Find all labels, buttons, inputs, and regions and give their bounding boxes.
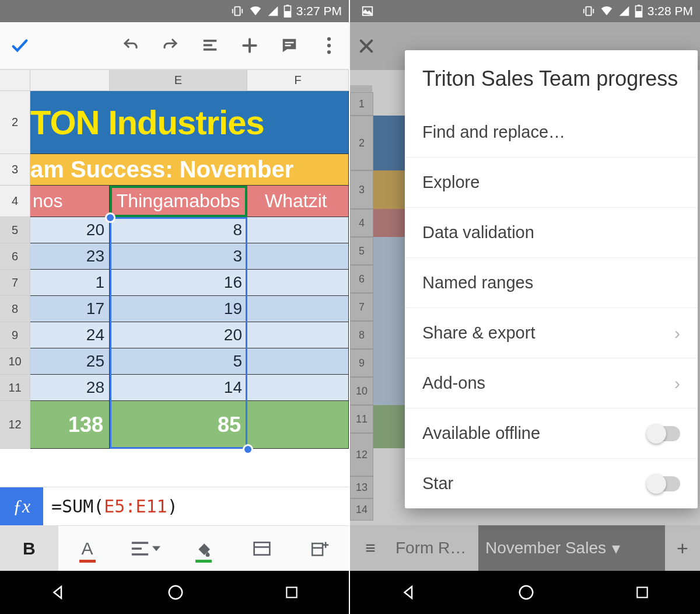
- accept-button[interactable]: [0, 22, 40, 69]
- status-bar: 3:28 PM: [350, 0, 700, 22]
- cell[interactable]: [247, 243, 349, 270]
- cell[interactable]: [247, 270, 349, 296]
- row-header[interactable]: 10: [0, 348, 30, 375]
- cell[interactable]: 16: [110, 270, 247, 296]
- menu-data-validation[interactable]: Data validation: [405, 207, 698, 257]
- cell[interactable]: 1: [30, 270, 110, 296]
- sheet-tab-form[interactable]: Form R…: [391, 539, 478, 557]
- format-button[interactable]: [190, 22, 230, 69]
- offline-toggle[interactable]: [648, 426, 680, 441]
- subtitle-banner[interactable]: am Success: November: [30, 154, 349, 186]
- cell[interactable]: 8: [110, 217, 247, 243]
- svg-rect-4: [284, 11, 290, 18]
- formula-bar: ƒx =SUM(E5:E11): [0, 487, 349, 525]
- recents-button[interactable]: [284, 585, 299, 600]
- menu-available-offline[interactable]: Available offline: [405, 408, 698, 458]
- fx-icon[interactable]: ƒx: [0, 487, 43, 526]
- row-header[interactable]: 5: [0, 217, 30, 243]
- row-header[interactable]: 9: [0, 322, 30, 348]
- fill-color-button[interactable]: [174, 526, 233, 571]
- comment-button[interactable]: [270, 22, 309, 69]
- column-header-e[interactable]: Thingamabobs: [110, 186, 247, 217]
- total-cell-d[interactable]: 138: [30, 401, 110, 449]
- cell[interactable]: [247, 217, 349, 243]
- cell[interactable]: [247, 322, 349, 348]
- menu-addons[interactable]: Add-ons ›: [405, 358, 698, 408]
- text-color-button[interactable]: A: [58, 526, 117, 571]
- recents-button[interactable]: [635, 585, 650, 600]
- cell[interactable]: [247, 296, 349, 322]
- col-header-f[interactable]: F: [247, 70, 349, 91]
- row-header[interactable]: 7: [0, 270, 30, 296]
- total-cell-f[interactable]: [247, 401, 349, 449]
- cell[interactable]: 24: [30, 322, 110, 348]
- insert-button[interactable]: [230, 22, 270, 69]
- row-header[interactable]: 2: [0, 91, 30, 154]
- cell[interactable]: 14: [110, 375, 247, 401]
- overflow-button[interactable]: [309, 22, 349, 69]
- cell[interactable]: [247, 375, 349, 401]
- formula-input[interactable]: =SUM(E5:E11): [43, 496, 178, 517]
- menu-explore[interactable]: Explore: [405, 157, 698, 207]
- row-header: 11: [350, 405, 373, 433]
- undo-button[interactable]: [111, 22, 150, 69]
- cell-format-button[interactable]: [233, 526, 291, 571]
- row-header: 5: [350, 237, 373, 265]
- picture-icon: [360, 5, 374, 18]
- spreadsheet-grid[interactable]: E F 2 TON Industries 3 am Success: Novem…: [0, 70, 349, 487]
- title-banner[interactable]: TON Industries: [30, 91, 349, 154]
- cell[interactable]: 3: [110, 243, 247, 270]
- svg-point-11: [327, 44, 331, 47]
- android-nav: [350, 571, 700, 614]
- row-header[interactable]: 4: [0, 186, 30, 217]
- row-header: 4: [350, 209, 373, 237]
- chevron-right-icon: ›: [674, 323, 680, 343]
- cell[interactable]: 19: [110, 296, 247, 322]
- total-cell-e[interactable]: 85: [110, 401, 247, 449]
- insert-cells-button[interactable]: [290, 526, 349, 571]
- cell[interactable]: 20: [110, 322, 247, 348]
- cell[interactable]: 28: [30, 375, 110, 401]
- close-button[interactable]: [357, 37, 376, 55]
- sheets-menu-button[interactable]: ≡: [350, 538, 391, 558]
- svg-point-12: [327, 50, 331, 54]
- row-header[interactable]: 8: [0, 296, 30, 322]
- cell[interactable]: 5: [110, 348, 247, 375]
- menu-star[interactable]: Star: [405, 458, 698, 508]
- column-header-f[interactable]: Whatzit: [247, 186, 349, 217]
- cell[interactable]: 17: [30, 296, 110, 322]
- menu-share-export[interactable]: Share & export ›: [405, 308, 698, 358]
- back-button[interactable]: [50, 584, 67, 601]
- row-header[interactable]: 11: [0, 375, 30, 401]
- star-toggle[interactable]: [648, 476, 680, 491]
- col-header-e[interactable]: E: [110, 70, 247, 91]
- cell[interactable]: 25: [30, 348, 110, 375]
- row-header[interactable]: 6: [0, 243, 30, 270]
- cell[interactable]: 20: [30, 217, 110, 243]
- bold-button[interactable]: B: [0, 526, 58, 571]
- redo-button[interactable]: [150, 22, 190, 69]
- row-header[interactable]: 3: [0, 154, 30, 186]
- column-header-d[interactable]: nos: [30, 186, 110, 217]
- row-header: 6: [350, 265, 373, 293]
- fill-color-swatch: [195, 560, 212, 563]
- battery-icon: [284, 5, 292, 18]
- sheet-tab-november[interactable]: November Sales ▾: [478, 525, 665, 571]
- home-button[interactable]: [517, 584, 535, 601]
- cell[interactable]: 23: [30, 243, 110, 270]
- menu-named-ranges[interactable]: Named ranges: [405, 257, 698, 308]
- align-button[interactable]: [116, 526, 174, 571]
- cell[interactable]: [247, 348, 349, 375]
- chevron-down-icon: ▾: [612, 539, 620, 558]
- chevron-right-icon: ›: [674, 374, 680, 393]
- wifi-icon: [249, 5, 262, 18]
- select-all-corner[interactable]: [0, 70, 30, 91]
- phone-left: 3:27 PM E F: [0, 0, 350, 614]
- home-button[interactable]: [167, 584, 184, 601]
- back-button[interactable]: [400, 584, 418, 601]
- menu-find-replace[interactable]: Find and replace…: [405, 107, 698, 157]
- row-header[interactable]: 12: [0, 401, 30, 449]
- editor-toolbar: [0, 22, 349, 70]
- svg-rect-34: [638, 587, 648, 597]
- add-sheet-button[interactable]: +: [665, 537, 700, 560]
